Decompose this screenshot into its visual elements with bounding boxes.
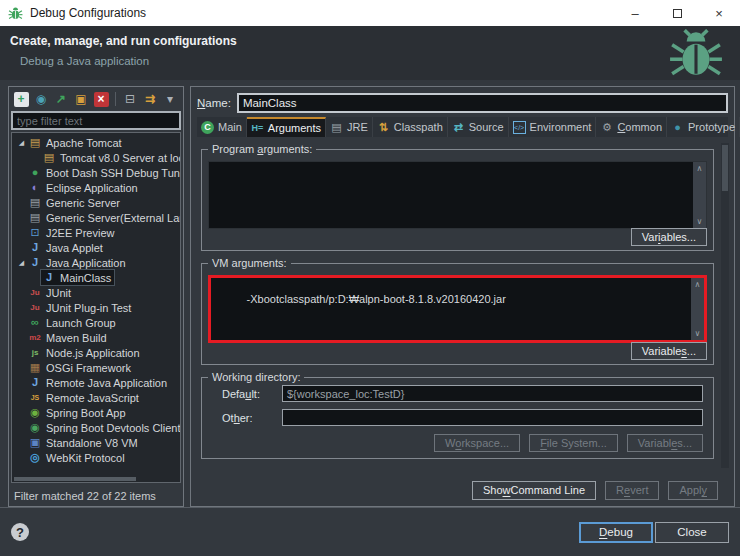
tab-common-icon: ⚙ xyxy=(600,121,613,134)
tab-prototype[interactable]: ●Prototype xyxy=(667,117,740,137)
scroll-down-icon[interactable]: ∨ xyxy=(695,329,701,338)
tree-item[interactable]: ◉Spring Boot App xyxy=(12,405,180,420)
file-system-button[interactable]: File System... xyxy=(529,434,618,452)
program-arguments-textarea[interactable]: ∧ ∨ xyxy=(208,161,707,229)
maximize-button[interactable] xyxy=(656,0,698,26)
tree-item[interactable]: ⊡J2EE Preview xyxy=(12,225,180,240)
program-variables-button[interactable]: Variables... xyxy=(631,228,707,246)
tree-expander-icon[interactable]: ◢ xyxy=(16,259,27,267)
default-directory-field[interactable]: ${workspace_loc:TestD} xyxy=(282,385,703,402)
tree-item-label: Generic Server(External Laur xyxy=(46,212,181,224)
tree-item[interactable]: ◎WebKit Protocol xyxy=(12,450,180,465)
tree-item[interactable]: JSRemote JavaScript xyxy=(12,390,180,405)
vm-arguments-scrollbar[interactable]: ∧ ∨ xyxy=(691,278,704,340)
new-config-button[interactable]: + xyxy=(12,90,30,108)
delete-button[interactable]: × xyxy=(92,90,110,108)
collapse-all-icon: ⊟ xyxy=(123,92,138,107)
name-label: Name: xyxy=(197,97,231,109)
scroll-up-icon[interactable]: ∧ xyxy=(697,164,703,173)
tree-item[interactable]: JJava Applet xyxy=(12,240,180,255)
show-command-line-button[interactable]: Show Command Line xyxy=(472,481,596,500)
content-scrollbar-thumb[interactable] xyxy=(722,145,728,191)
tree-item-label: MainClass xyxy=(60,272,111,284)
tree-item-label: Generic Server xyxy=(46,197,120,209)
tree-item-label: Launch Group xyxy=(46,317,116,329)
tree-item[interactable]: ▤Generic Server xyxy=(12,195,180,210)
program-arguments-label: Program arguments: xyxy=(208,143,316,155)
vm-arguments-textarea[interactable]: -Xbootclasspath/p:D:₩alpn-boot-8.1.8.v20… xyxy=(208,275,707,343)
tree-item[interactable]: ◢▤Apache Tomcat xyxy=(12,135,180,150)
export-config-icon: ↗ xyxy=(54,92,69,107)
other-directory-field[interactable] xyxy=(282,409,703,426)
workspace-button[interactable]: Workspace... xyxy=(434,434,520,452)
tab-environment[interactable]: </>Environment xyxy=(509,117,597,137)
filter-input[interactable] xyxy=(11,111,181,130)
scroll-up-icon[interactable]: ∧ xyxy=(695,280,701,289)
tree-item[interactable]: ◢JJava Application xyxy=(12,255,180,270)
other-label[interactable]: Other: xyxy=(222,412,272,424)
server-icon: ▤ xyxy=(28,211,42,224)
tree-item[interactable]: jsNode.js Application xyxy=(12,345,180,360)
program-arguments-group: Program arguments: ∧ ∨ Variables... xyxy=(201,149,714,251)
new-prototype-button[interactable]: ◉ xyxy=(32,90,50,108)
filter-button[interactable]: ⇉ xyxy=(141,90,159,108)
tree-item[interactable]: ∞Launch Group xyxy=(12,315,180,330)
tree-item[interactable]: ◐Eclipse Application xyxy=(12,180,180,195)
j2ee-icon: ⊡ xyxy=(28,226,42,239)
tree-item-label: WebKit Protocol xyxy=(46,452,125,464)
menu-caret-button[interactable]: ▾ xyxy=(161,90,179,108)
duplicate-icon: ▣ xyxy=(74,92,89,107)
tree-item[interactable]: ●Boot Dash SSH Debug Tunn xyxy=(12,165,180,180)
tab-arguments[interactable]: H=Arguments xyxy=(247,117,326,137)
scroll-down-icon[interactable]: ∨ xyxy=(697,217,703,226)
tomcat-icon: ▤ xyxy=(28,136,42,149)
titlebar: Debug Configurations – × xyxy=(0,0,740,26)
vm-arguments-group: VM arguments: -Xbootclasspath/p:D:₩alpn-… xyxy=(201,263,714,365)
collapse-all-button[interactable]: ⊟ xyxy=(121,90,139,108)
tree-item[interactable]: ◉Spring Boot Devtools Client xyxy=(12,420,180,435)
tab-classpath[interactable]: ⇅Classpath xyxy=(373,117,448,137)
tree-item-label: Node.js Application xyxy=(46,347,140,359)
tree-item[interactable]: JRemote Java Application xyxy=(12,375,180,390)
tab-jre-icon: ▤ xyxy=(330,121,343,134)
default-label[interactable]: Default: xyxy=(222,388,272,400)
tree-item-label: Boot Dash SSH Debug Tunn xyxy=(46,167,181,179)
tree-item[interactable]: JuJUnit xyxy=(12,285,180,300)
menu-caret-icon: ▾ xyxy=(163,92,178,107)
content-scrollbar[interactable] xyxy=(721,143,729,468)
minimize-button[interactable]: – xyxy=(614,0,656,26)
duplicate-button[interactable]: ▣ xyxy=(72,90,90,108)
tree-item[interactable]: JuJUnit Plug-in Test xyxy=(12,300,180,315)
vm-variables-button[interactable]: Variables... xyxy=(631,342,707,360)
tab-common[interactable]: ⚙Common xyxy=(596,117,667,137)
webkit-icon: ◎ xyxy=(28,451,42,464)
tree-item[interactable]: ▤Tomcat v8.0 Server at loc xyxy=(12,150,180,165)
name-input[interactable] xyxy=(237,93,728,113)
tab-source[interactable]: ⇄Source xyxy=(448,117,509,137)
tree-item-label: Tomcat v8.0 Server at loc xyxy=(60,152,181,164)
close-button[interactable]: Close xyxy=(655,522,729,543)
tab-main[interactable]: CMain xyxy=(197,117,247,137)
help-icon[interactable]: ? xyxy=(11,523,29,541)
tree-item-label: Eclipse Application xyxy=(46,182,138,194)
apply-button[interactable]: Apply xyxy=(668,481,718,500)
tree-item[interactable]: ▤Generic Server(External Laur xyxy=(12,210,180,225)
debug-button[interactable]: Debug xyxy=(579,522,653,543)
tree-item-label: Apache Tomcat xyxy=(46,137,122,149)
close-window-button[interactable]: × xyxy=(698,0,740,26)
tree-horizontal-scrollbar[interactable] xyxy=(14,477,136,481)
tree-item[interactable]: ▦OSGi Framework xyxy=(12,360,180,375)
working-dir-variables-button[interactable]: Variables... xyxy=(627,434,703,452)
tab-label: Environment xyxy=(530,121,592,133)
program-arguments-scrollbar[interactable]: ∧ ∨ xyxy=(693,162,706,228)
tomcat-icon: ▤ xyxy=(42,151,56,164)
export-config-button[interactable]: ↗ xyxy=(52,90,70,108)
tree-item[interactable]: JMainClass xyxy=(12,270,180,285)
tree-item[interactable]: m2Maven Build xyxy=(12,330,180,345)
tree-item-label: Remote Java Application xyxy=(46,377,167,389)
tab-jre[interactable]: ▤JRE xyxy=(326,117,373,137)
tree-item-label: Spring Boot Devtools Client xyxy=(46,422,181,434)
tree-item[interactable]: ▣Standalone V8 VM xyxy=(12,435,180,450)
revert-button[interactable]: Revert xyxy=(605,481,659,500)
tree-expander-icon[interactable]: ◢ xyxy=(16,139,27,147)
